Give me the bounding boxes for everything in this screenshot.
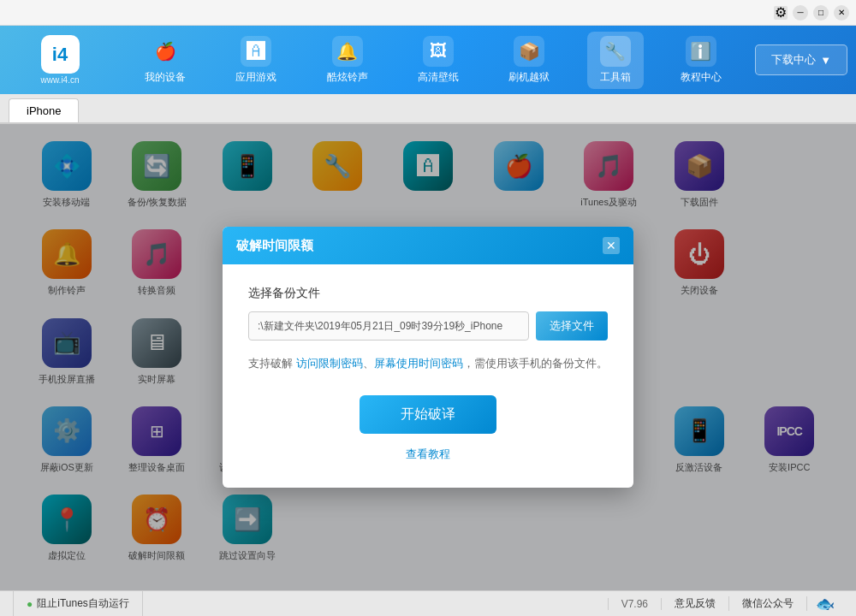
nav-my-device-label: 我的设备	[145, 70, 186, 85]
nav-wallpapers-label: 高清壁纸	[418, 70, 459, 85]
tutorial-link[interactable]: 查看教程	[248, 447, 608, 462]
modal-close-button[interactable]: ✕	[603, 237, 620, 254]
download-arrow-icon: ▼	[820, 54, 831, 67]
toolbox-icon: 🔧	[600, 36, 631, 67]
start-decrypt-button[interactable]: 开始破译	[360, 395, 496, 434]
select-file-button[interactable]: 选择文件	[536, 311, 608, 341]
fish-icon: 🐟	[816, 595, 835, 613]
title-bar: ⚙ ─ □ ✕	[0, 0, 856, 26]
jailbreak-icon: 📦	[514, 36, 544, 67]
modal-header: 破解时间限额 ✕	[223, 227, 633, 264]
app-icon: 🅰	[241, 36, 271, 67]
nav-toolbox[interactable]: 🔧 工具箱	[587, 32, 644, 89]
info-icon: ℹ️	[686, 36, 716, 67]
main-content: 💠 安装移动端 🔄 备份/恢复数据 📱 🔧 🅰 🍎 🎵 iTunes及驱动	[0, 124, 856, 590]
status-right: V7.96 意见反馈 微信公众号 🐟	[608, 595, 843, 613]
desc-before: 支持破解	[248, 357, 296, 370]
nav-ringtones[interactable]: 🔔 酷炫铃声	[314, 32, 381, 89]
nav-items: 🍎 我的设备 🅰 应用游戏 🔔 酷炫铃声 🖼 高清壁纸 📦 刷机越狱 🔧 工具箱…	[120, 32, 746, 89]
download-label: 下载中心	[771, 52, 816, 68]
nav-jailbreak[interactable]: 📦 刷机越狱	[496, 32, 562, 89]
download-center-button[interactable]: 下载中心 ▼	[755, 44, 847, 75]
nav-toolbox-label: 工具箱	[600, 70, 631, 85]
file-path-input[interactable]	[248, 311, 529, 341]
nav-ringtones-label: 酷炫铃声	[327, 70, 368, 85]
link-access-limit[interactable]: 访问限制密码	[296, 357, 363, 370]
settings-icon[interactable]: ⚙	[774, 6, 788, 20]
logo-area: i4 www.i4.cn	[9, 35, 111, 85]
close-button[interactable]: ✕	[834, 5, 849, 21]
desc-mid2: ，需使用该手机的备份文件。	[463, 357, 608, 370]
nav-tutorials[interactable]: ℹ️ 教程中心	[668, 32, 734, 89]
navbar: i4 www.i4.cn 🍎 我的设备 🅰 应用游戏 🔔 酷炫铃声 🖼 高清壁纸…	[0, 26, 856, 94]
wechat-button[interactable]: 微信公众号	[729, 596, 807, 611]
logo-text: www.i4.cn	[40, 75, 79, 85]
modal-body: 选择备份文件 选择文件 支持破解 访问限制密码、屏幕使用时间密码，需使用该手机的…	[223, 264, 633, 487]
link-screen-time[interactable]: 屏幕使用时间密码	[374, 357, 463, 370]
modal-section-label: 选择备份文件	[248, 286, 608, 301]
window-controls: ⚙ ─ □ ✕	[770, 5, 849, 21]
file-select-row: 选择文件	[248, 311, 608, 341]
nav-app-games[interactable]: 🅰 应用游戏	[223, 32, 289, 89]
itunes-status-label: 阻止iTunes自动运行	[37, 596, 129, 611]
bell-icon: 🔔	[332, 36, 363, 67]
modal-dialog: 破解时间限额 ✕ 选择备份文件 选择文件 支持破解 访问限制密码、屏幕使用时间密…	[223, 227, 633, 487]
minimize-button[interactable]: ─	[793, 5, 808, 21]
nav-my-device[interactable]: 🍎 我的设备	[132, 32, 199, 89]
modal-title: 破解时间限额	[236, 238, 313, 254]
itunes-status-dot: ●	[27, 598, 33, 610]
apple-icon: 🍎	[150, 36, 181, 67]
nav-wallpapers[interactable]: 🖼 高清壁纸	[405, 32, 472, 89]
nav-tutorials-label: 教程中心	[681, 70, 722, 85]
logo-icon: i4	[41, 35, 80, 74]
maximize-button[interactable]: □	[813, 5, 829, 21]
itunes-status-button[interactable]: ● 阻止iTunes自动运行	[13, 591, 143, 616]
wallpaper-icon: 🖼	[423, 36, 454, 67]
desc-mid1: 、	[363, 357, 374, 370]
statusbar: ● 阻止iTunes自动运行 V7.96 意见反馈 微信公众号 🐟	[0, 590, 856, 616]
iphone-tab[interactable]: iPhone	[9, 98, 79, 122]
nav-jailbreak-label: 刷机越狱	[508, 70, 550, 85]
version-display: V7.96	[608, 598, 662, 610]
feedback-button[interactable]: 意见反馈	[662, 596, 729, 611]
nav-app-games-label: 应用游戏	[235, 70, 276, 85]
logo-fish: 🐟	[807, 595, 843, 613]
tabbar: iPhone	[0, 94, 856, 124]
modal-description: 支持破解 访问限制密码、屏幕使用时间密码，需使用该手机的备份文件。	[248, 353, 608, 373]
modal-overlay: 破解时间限额 ✕ 选择备份文件 选择文件 支持破解 访问限制密码、屏幕使用时间密…	[0, 124, 856, 590]
